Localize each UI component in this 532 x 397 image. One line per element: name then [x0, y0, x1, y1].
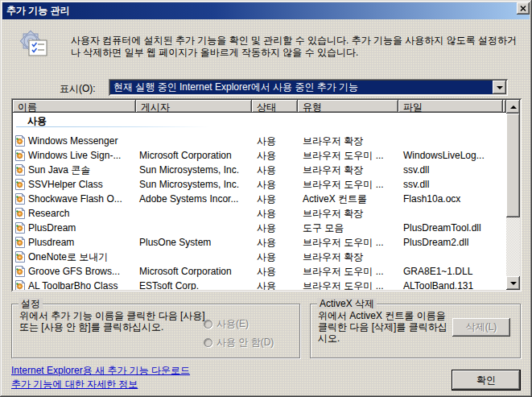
addon-name: Sun Java 콘솔: [28, 163, 90, 177]
list-row[interactable]: Sun Java 콘솔 Sun Microsystems, Inc. 사용 브라…: [13, 163, 506, 177]
group-underline: [16, 126, 209, 127]
column-header-type[interactable]: 유형: [298, 100, 398, 113]
close-icon: [520, 6, 526, 11]
list-row[interactable]: Research 사용 브라우저 확장: [13, 206, 506, 221]
addon-publisher: Microsoft Corporation: [136, 266, 252, 277]
close-button[interactable]: [517, 2, 530, 14]
list-row[interactable]: AL ToolbarBho Class ESTsoft Corp. 사용 브라우…: [13, 279, 506, 290]
scroll-up-button[interactable]: [506, 100, 520, 114]
addons-list[interactable]: 이름 게시자 상태 유형 파일 사용: [11, 98, 522, 292]
addon-file: PlusDreamTool.dll: [398, 222, 506, 234]
addon-type: 브라우저 확장: [298, 163, 398, 177]
addon-status: 사용: [252, 192, 298, 206]
addon-publisher: ESTsoft Corp.: [136, 280, 252, 290]
combo-dropdown-button[interactable]: [493, 81, 506, 94]
addon-publisher: PlusOne System: [136, 237, 252, 248]
addon-name: Windows Live Sign-...: [28, 150, 121, 161]
scroll-down-button[interactable]: [506, 276, 520, 290]
addon-type: 브라우저 확장: [298, 207, 398, 221]
list-rows: Windows Messenger 사용 브라우저 확장 Windows Liv…: [13, 134, 506, 290]
addons-info-link[interactable]: 추가 기능에 대한 자세한 정보: [11, 378, 138, 391]
addon-icon: [14, 251, 26, 263]
addon-type: 브라우저 확장: [298, 250, 398, 264]
addon-status: 사용: [252, 207, 298, 221]
list-row[interactable]: Plusdream PlusOne System 사용 브라우저 도우미 ...…: [13, 235, 506, 250]
addon-type: 브라우저 확장: [298, 134, 398, 148]
column-header-status[interactable]: 상태: [252, 100, 298, 113]
addon-type: 브라우저 도우미 ...: [298, 279, 398, 291]
addon-status: 사용: [252, 236, 298, 250]
dialog-description: 사용자 컴퓨터에 설치된 추가 기능을 확인 및 관리할 수 있습니다. 추가 …: [71, 35, 518, 59]
radio-circle-icon: [204, 338, 212, 347]
addon-status: 사용: [252, 250, 298, 264]
addon-name: Research: [28, 208, 69, 219]
addon-status: 사용: [252, 265, 298, 279]
addon-name: Windows Messenger: [28, 135, 118, 147]
chevron-down-icon: [510, 282, 517, 285]
addon-name: PlusDream: [28, 222, 76, 234]
addon-status: 사용: [252, 163, 298, 177]
addon-type: 브라우저 도우미 ...: [298, 149, 398, 163]
chevron-up-icon: [510, 105, 517, 109]
addon-status: 사용: [252, 134, 298, 148]
list-row[interactable]: Windows Live Sign-... Microsoft Corporat…: [13, 148, 506, 163]
activex-groupbox: ActiveX 삭제 위에서 ActiveX 컨트롤 이름을 클릭한 다음 [삭…: [310, 304, 521, 358]
settings-instruction: 위에서 추가 기능 이름을 클릭한 다음 [사용] 또는 [사용 안 함]를 클…: [19, 310, 212, 333]
addon-icon: [14, 179, 26, 190]
addon-status: 사용: [252, 221, 298, 235]
activex-instruction: 위에서 ActiveX 컨트롤 이름을 클릭한 다음 [삭제]를 클릭하십시오.: [318, 310, 448, 344]
addon-icon: [14, 266, 26, 277]
column-header-name[interactable]: 이름: [13, 100, 136, 113]
addon-status: 사용: [252, 149, 298, 163]
list-row[interactable]: PlusDream 사용 도구 모음 PlusDreamTool.dll: [13, 221, 506, 235]
addon-file: ssv.dll: [398, 179, 506, 190]
list-group-header: 사용: [13, 113, 506, 134]
chevron-down-icon: [497, 86, 503, 89]
disable-radio[interactable]: 사용 안 함(D): [204, 336, 274, 349]
ok-button[interactable]: 확인: [452, 370, 521, 391]
addon-type: 브라우저 도우미 ...: [298, 265, 398, 279]
vertical-scrollbar[interactable]: [506, 100, 520, 290]
addon-icon: [14, 193, 26, 205]
addon-type: 도구 모음: [298, 221, 398, 235]
addon-file: PlusDream2.dll: [398, 237, 506, 248]
addon-icon: [14, 222, 26, 234]
addon-publisher: Sun Microsystems, Inc.: [136, 164, 252, 176]
addon-icon: [14, 280, 26, 290]
download-addons-link[interactable]: Internet Explorer용 새 추가 기능 다운로드: [11, 364, 190, 378]
addon-icon: [14, 237, 26, 248]
column-header-file[interactable]: 파일: [398, 100, 503, 113]
list-row[interactable]: Shockwave Flash O... Adobe Systems Incor…: [13, 192, 506, 206]
addon-name: Groove GFS Brows...: [28, 266, 120, 277]
activex-legend: ActiveX 삭제: [317, 298, 377, 309]
list-row[interactable]: SSVHelper Class Sun Microsystems, Inc. 사…: [13, 177, 506, 192]
addon-publisher: Microsoft Corporation: [136, 150, 252, 161]
addon-icon: [14, 135, 26, 147]
titlebar: 추가 기능 관리: [2, 2, 530, 19]
list-row[interactable]: Groove GFS Brows... Microsoft Corporatio…: [13, 264, 506, 279]
addon-type: ActiveX 컨트롤: [298, 192, 398, 206]
manage-addons-icon: [19, 29, 49, 60]
addon-name: AL ToolbarBho Class: [28, 280, 118, 290]
show-combobox[interactable]: 현재 실행 중인 Internet Explorer에서 사용 중인 추가 기능: [109, 79, 508, 96]
addon-icon: [14, 164, 26, 176]
addon-name: SSVHelper Class: [28, 179, 103, 190]
scroll-thumb[interactable]: [506, 114, 520, 217]
addon-file: Flash10a.ocx: [398, 193, 506, 205]
addon-icon: [14, 208, 26, 219]
column-header-publisher[interactable]: 게시자: [136, 100, 252, 113]
addon-file: WindowsLiveLog...: [398, 150, 506, 161]
addon-publisher: Adobe Systems Incor...: [136, 193, 252, 205]
addon-publisher: Sun Microsystems, Inc.: [136, 179, 252, 190]
addon-name: OneNote로 보내기: [28, 250, 108, 264]
list-row[interactable]: Windows Messenger 사용 브라우저 확장: [13, 134, 506, 148]
list-row[interactable]: OneNote로 보내기 사용 브라우저 확장: [13, 250, 506, 264]
delete-button[interactable]: 삭제(L): [452, 318, 510, 337]
enable-radio[interactable]: 사용(E): [204, 317, 249, 331]
radio-circle-icon: [204, 320, 212, 329]
addon-icon: [14, 150, 26, 161]
addon-status: 사용: [252, 279, 298, 291]
addon-type: 브라우저 도우미 ...: [298, 178, 398, 192]
list-content: 사용 Windows Messenger 사용 브라우저 확장: [13, 113, 506, 290]
list-header: 이름 게시자 상태 유형 파일: [13, 100, 506, 113]
